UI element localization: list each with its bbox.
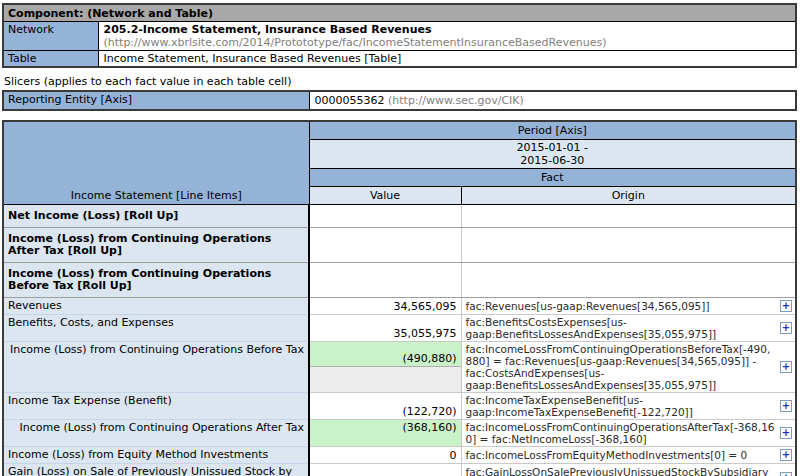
table-row: Revenues 34,565,095 fac:Revenues[us-gaap… xyxy=(3,298,796,315)
line-items-header: Income Statement [Line Items] xyxy=(3,121,309,205)
value-column-header: Value xyxy=(309,187,461,205)
origin-cell: + xyxy=(461,263,796,298)
line-item-label: Revenues xyxy=(3,298,309,315)
table-row: Income (Loss) from Continuing Operations… xyxy=(3,228,796,263)
value-cell: (490,880) xyxy=(309,342,461,393)
origin-expression: fac:IncomeLossFromEquityMethodInvestment… xyxy=(466,449,777,461)
table-row: Income (Loss) from Continuing Operations… xyxy=(3,263,796,298)
fact-value: 34,565,095 xyxy=(314,301,457,313)
line-item-label: Income (Loss) from Continuing Operations… xyxy=(3,228,309,263)
value-cell xyxy=(309,228,461,263)
table-row: Income (Loss) from Equity Method Investm… xyxy=(3,447,796,464)
origin-cell: + xyxy=(461,205,796,228)
reporting-entity-axis-label: Reporting Entity [Axis] xyxy=(3,91,309,110)
table-row: Income (Loss) from Continuing Operations… xyxy=(3,342,796,393)
line-item-label: Income (Loss) from Equity Method Investm… xyxy=(3,447,309,464)
origin-expression: fac:IncomeTaxExpenseBenefit[us-gaap:Inco… xyxy=(466,394,777,418)
expand-plus-icon[interactable]: + xyxy=(780,472,792,476)
table-name: Income Statement, Insurance Based Revenu… xyxy=(98,51,796,68)
fact-value: 35,055,975 xyxy=(314,328,457,340)
line-item-label: Income (Loss) from Continuing Operations… xyxy=(3,342,309,393)
reporting-entity-value: 0000055362 (http://www.sec.gov/CIK) xyxy=(309,91,796,110)
value-cell: 0 xyxy=(309,464,461,476)
fact-table: Income Statement [Line Items] Period [Ax… xyxy=(2,120,797,476)
value-cell: (368,160) xyxy=(309,420,461,447)
value-cell: 34,565,095 xyxy=(309,298,461,315)
network-row: Network 205.2-Income Statement, Insuranc… xyxy=(3,22,796,51)
origin-cell: fac:GainLossOnSalePreviouslyUnissuedStoc… xyxy=(461,464,796,476)
expand-plus-icon[interactable]: + xyxy=(780,400,792,412)
expand-plus-icon[interactable]: + xyxy=(780,361,792,373)
origin-expression: fac:IncomeLossFromContinuingOperationsAf… xyxy=(466,421,777,445)
value-cell: 0 xyxy=(309,447,461,464)
network-value: 205.2-Income Statement, Insurance Based … xyxy=(98,22,796,51)
origin-cell: fac:BenefitsCostsExpenses[us-gaap:Benefi… xyxy=(461,315,796,342)
reporting-entity-cik: 0000055362 xyxy=(315,94,385,107)
origin-expression: fac:GainLossOnSalePreviouslyUnissuedStoc… xyxy=(466,466,777,476)
table-row: Gain (Loss) on Sale of Previously Unissu… xyxy=(3,464,796,476)
origin-expression: fac:IncomeLossFromContinuingOperationsBe… xyxy=(466,343,777,391)
slicer-table: Reporting Entity [Axis] 0000055362 (http… xyxy=(2,90,797,111)
fact-value: (122,720) xyxy=(314,406,457,418)
page: Component: (Network and Table) Network 2… xyxy=(0,0,800,476)
component-header: Component: (Network and Table) xyxy=(3,4,796,22)
expand-plus-icon[interactable]: + xyxy=(780,449,792,461)
network-label: Network xyxy=(3,22,98,51)
slicer-row: Reporting Entity [Axis] 0000055362 (http… xyxy=(3,91,796,110)
table-row-meta: Table Income Statement, Insurance Based … xyxy=(3,51,796,68)
component-table: Component: (Network and Table) Network 2… xyxy=(2,3,797,68)
fact-value: (368,160) xyxy=(314,422,457,434)
value-cell: (122,720) xyxy=(309,393,461,420)
fact-header: Fact xyxy=(309,169,796,187)
network-name: 205.2-Income Statement, Insurance Based … xyxy=(104,23,791,36)
value-cell xyxy=(309,205,461,228)
origin-cell: + xyxy=(461,228,796,263)
value-cell xyxy=(309,263,461,298)
origin-cell: fac:IncomeTaxExpenseBenefit[us-gaap:Inco… xyxy=(461,393,796,420)
fact-value: (490,880) xyxy=(310,342,461,367)
line-item-label: Income (Loss) from Continuing Operations… xyxy=(3,263,309,298)
origin-expression: fac:BenefitsCostsExpenses[us-gaap:Benefi… xyxy=(466,316,777,340)
table-row: Net Income (Loss) [Roll Up] + xyxy=(3,205,796,228)
line-item-label: Benefits, Costs, and Expenses xyxy=(3,315,309,342)
expand-plus-icon[interactable]: + xyxy=(780,300,792,312)
origin-cell: fac:IncomeLossFromEquityMethodInvestment… xyxy=(461,447,796,464)
period-value-header: 2015-01-01 - 2015-06-30 xyxy=(309,140,796,169)
slicers-caption: Slicers (applies to each fact value in e… xyxy=(4,75,798,88)
reporting-entity-cik-url: (http://www.sec.gov/CIK) xyxy=(388,94,524,107)
value-cell: 35,055,975 xyxy=(309,315,461,342)
expand-plus-icon[interactable]: + xyxy=(780,322,792,334)
line-item-label: Income (Loss) from Continuing Operations… xyxy=(3,420,309,447)
line-item-label: Net Income (Loss) [Roll Up] xyxy=(3,205,309,228)
network-url: (http://www.xbrlsite.com/2014/Protototyp… xyxy=(104,36,791,49)
period-axis-header: Period [Axis] xyxy=(309,121,796,140)
origin-cell: fac:IncomeLossFromContinuingOperationsAf… xyxy=(461,420,796,447)
line-item-label: Income Tax Expense (Benefit) xyxy=(3,393,309,420)
origin-cell: fac:Revenues[us-gaap:Revenues[34,565,095… xyxy=(461,298,796,315)
fact-value: 0 xyxy=(314,450,457,462)
table-row: Income Tax Expense (Benefit) (122,720) f… xyxy=(3,393,796,420)
line-item-label: Gain (Loss) on Sale of Previously Unissu… xyxy=(3,464,309,476)
origin-expression: fac:Revenues[us-gaap:Revenues[34,565,095… xyxy=(466,300,777,312)
table-label: Table xyxy=(3,51,98,68)
origin-cell: fac:IncomeLossFromContinuingOperationsBe… xyxy=(461,342,796,393)
origin-column-header: Origin xyxy=(461,187,796,205)
table-row: Benefits, Costs, and Expenses 35,055,975… xyxy=(3,315,796,342)
fact-table-body: Net Income (Loss) [Roll Up] + Income (Lo… xyxy=(3,205,796,476)
expand-plus-icon[interactable]: + xyxy=(780,427,792,439)
table-row: Income (Loss) from Continuing Operations… xyxy=(3,420,796,447)
